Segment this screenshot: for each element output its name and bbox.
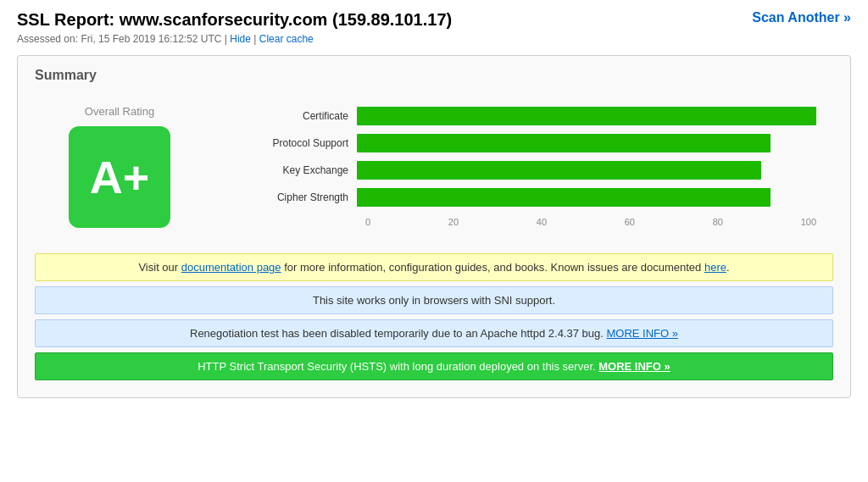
renegotiation-more-info-link[interactable]: MORE INFO » — [606, 327, 678, 340]
summary-title: Summary — [35, 68, 833, 83]
chart-area: CertificateProtocol SupportKey ExchangeC… — [238, 107, 816, 227]
chart-row-label: Cipher Strength — [247, 191, 357, 203]
bar — [357, 188, 771, 207]
hide-link[interactable]: Hide — [230, 33, 251, 45]
sni-text: This site works only in browsers with SN… — [313, 294, 555, 307]
axis-label: 80 — [713, 217, 723, 227]
info-box-renegotiation: Renegotiation test has been disabled tem… — [35, 319, 833, 347]
overall-rating-label: Overall Rating — [85, 105, 154, 118]
bar — [357, 107, 816, 125]
chart-row-label: Certificate — [247, 110, 357, 122]
bar-container — [357, 188, 816, 207]
chart-row: Cipher Strength — [247, 188, 816, 207]
assessed-line: Assessed on: Fri, 15 Feb 2019 16:12:52 U… — [17, 33, 452, 45]
info-box-hsts: HTTP Strict Transport Security (HSTS) wi… — [35, 352, 833, 380]
info-box-docs: Visit our documentation page for more in… — [35, 253, 833, 281]
overall-rating-block: Overall Rating A+ — [52, 105, 187, 228]
bar — [357, 134, 771, 152]
assessed-date: Fri, 15 Feb 2019 16:12:52 UTC — [81, 33, 221, 45]
axis-labels: 020406080100 — [365, 215, 816, 227]
chart-row-label: Key Exchange — [247, 164, 357, 176]
ip-address: (159.89.101.17) — [332, 10, 452, 29]
domain: www.scanforsecurity.com — [120, 10, 328, 29]
axis-label: 0 — [365, 217, 370, 227]
chart-row: Certificate — [247, 107, 816, 125]
info-boxes: Visit our documentation page for more in… — [35, 253, 833, 380]
bar-container — [357, 134, 816, 152]
axis-row: 020406080100 — [247, 215, 816, 227]
axis-label: 60 — [625, 217, 635, 227]
axis-label: 20 — [448, 217, 459, 227]
scan-another-link[interactable]: Scan Another » — [752, 10, 851, 25]
grade-text: A+ — [90, 154, 150, 200]
documentation-link[interactable]: documentation page — [181, 261, 281, 274]
page-title: SSL Report: www.scanforsecurity.com (159… — [17, 10, 452, 30]
known-issues-link[interactable]: here — [704, 261, 726, 274]
bar — [357, 161, 761, 180]
assessed-label: Assessed on: — [17, 33, 78, 45]
axis-label: 100 — [801, 217, 816, 227]
hsts-more-info-link[interactable]: MORE INFO » — [598, 360, 670, 373]
chart-row: Key Exchange — [247, 161, 816, 180]
title-prefix: SSL Report: — [17, 10, 120, 29]
chart-row: Protocol Support — [247, 134, 816, 152]
clear-cache-link[interactable]: Clear cache — [259, 33, 314, 45]
axis-label: 40 — [537, 217, 547, 227]
info-box-sni: This site works only in browsers with SN… — [35, 286, 833, 314]
grade-badge: A+ — [69, 126, 170, 228]
bar-container — [357, 161, 816, 180]
bar-container — [357, 107, 816, 125]
rating-section: Overall Rating A+ CertificateProtocol Su… — [35, 97, 833, 236]
summary-box: Summary Overall Rating A+ CertificatePro… — [17, 55, 851, 398]
chart-row-label: Protocol Support — [247, 137, 357, 149]
